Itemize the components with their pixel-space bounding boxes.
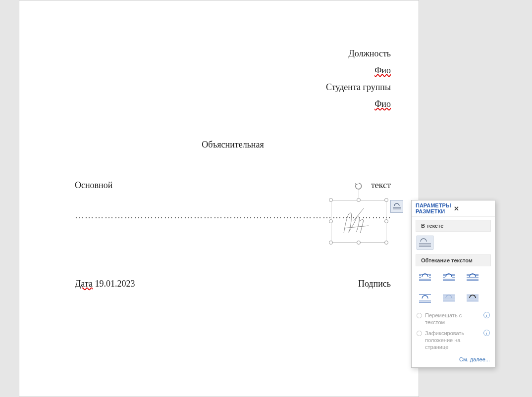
wrap-option-square[interactable]	[417, 270, 433, 284]
date-word: Дата	[75, 279, 93, 289]
wrap-through-icon	[466, 272, 479, 282]
wrap-front-icon	[466, 293, 479, 303]
layout-options-panel: ПАРАМЕТРЫ РАЗМЕТКИ ✕ В тексте Обтекание …	[411, 200, 495, 368]
wrap-tight-icon	[442, 272, 456, 282]
section-wrap-label: Обтекание текстом	[416, 254, 491, 266]
resize-handle-tc[interactable]	[357, 198, 361, 202]
wrap-option-behind[interactable]	[440, 291, 457, 305]
wrap-topbottom-icon	[418, 293, 432, 303]
layout-options-button[interactable]	[390, 200, 403, 213]
header-position: Должность	[75, 45, 391, 62]
resize-handle-tr[interactable]	[384, 198, 388, 202]
signature-image-selection[interactable]	[331, 200, 386, 243]
info-icon[interactable]: i	[483, 330, 490, 336]
close-icon[interactable]: ✕	[453, 205, 492, 212]
wrap-option-front[interactable]	[464, 291, 481, 305]
wrap-option-tight[interactable]	[440, 270, 457, 284]
info-icon[interactable]: i	[483, 312, 490, 318]
wrap-inline-icon	[418, 238, 432, 248]
signature-icon	[336, 203, 382, 240]
resize-handle-bc[interactable]	[357, 241, 361, 245]
panel-title: ПАРАМЕТРЫ РАЗМЕТКИ	[416, 202, 453, 214]
wrap-option-inline[interactable]	[417, 236, 433, 249]
resize-handle-ml[interactable]	[329, 219, 333, 223]
header-student-group: Студента группы	[75, 79, 391, 96]
radio-fix-on-page: Зафиксировать положение на странице i	[412, 328, 495, 352]
resize-handle-br[interactable]	[384, 241, 388, 245]
wrap-square-icon	[418, 272, 432, 282]
radio-move-label: Перемещать с текстом	[425, 312, 480, 326]
radio-icon	[417, 313, 422, 318]
footer-signature-label: Подпись	[358, 275, 391, 292]
date-value: 19.01.2023	[95, 279, 135, 289]
radio-icon	[417, 331, 422, 336]
layout-options-icon	[392, 203, 401, 210]
see-more-link[interactable]: См. далее...	[412, 352, 495, 367]
radio-move-with-text: Перемещать с текстом i	[412, 310, 495, 328]
radio-fix-label: Зафиксировать положение на странице	[425, 330, 480, 350]
header-fio1: Фио	[75, 62, 391, 79]
header-fio2: Фио	[75, 96, 391, 112]
rotate-stem	[359, 190, 359, 198]
resize-handle-tl[interactable]	[329, 198, 333, 202]
wrap-option-topbottom[interactable]	[417, 291, 433, 305]
body-word2: текст	[371, 180, 391, 190]
wrap-option-through[interactable]	[464, 270, 481, 284]
panel-header: ПАРАМЕТРЫ РАЗМЕТКИ ✕	[412, 200, 495, 217]
document-title: Объяснительная	[75, 136, 391, 153]
wrap-behind-icon	[442, 293, 456, 303]
section-inline-label: В тексте	[416, 220, 491, 232]
rotate-handle[interactable]	[354, 182, 363, 191]
resize-handle-bl[interactable]	[329, 241, 333, 245]
footer-date: Дата 19.01.2023	[75, 275, 135, 292]
body-word1: Основной	[75, 180, 112, 190]
resize-handle-mr[interactable]	[384, 219, 388, 223]
